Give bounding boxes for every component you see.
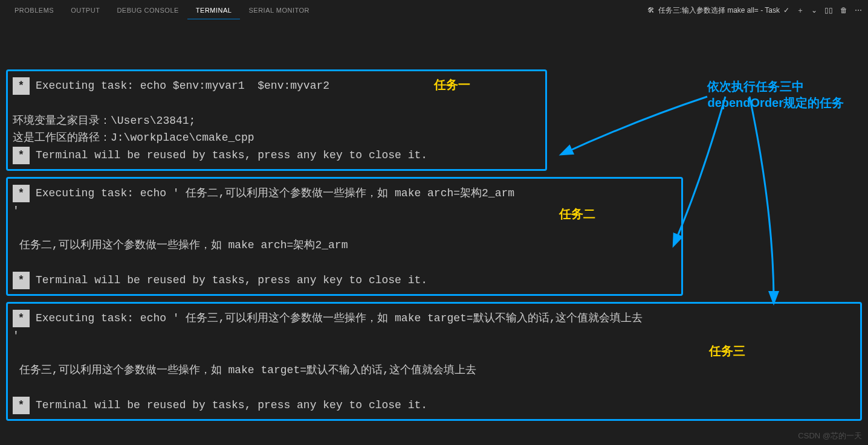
task1-reuse-text: Terminal will be reused by tasks, press … [36, 149, 427, 161]
task1-output-line1: 环境变量之家目录：\Users\23841; [13, 112, 540, 130]
task1-label: 任务一 [434, 75, 470, 94]
task2-output-line: 任务二,可以利用这个参数做一些操作，如 make arch=架构2_arm [13, 237, 676, 254]
annotation-line1: 依次执行任务三中 [707, 78, 844, 95]
annotation-text: 依次执行任务三中 dependOrder规定的任务 [707, 78, 844, 111]
task1-reuse-line: *Terminal will be reused by tasks, press… [13, 147, 540, 164]
chevron-down-icon[interactable]: ⌄ [811, 6, 817, 14]
task2-exec-line: *Executing task: echo ' 任务二,可以利用这个参数做一些操… [13, 185, 676, 202]
asterisk-marker: * [13, 272, 30, 289]
running-task-indicator[interactable]: 🛠 任务三:输入参数选择 make all= - Task ✓ [647, 5, 789, 16]
panel-tabs: PROBLEMS OUTPUT DEBUG CONSOLE TERMINAL S… [6, 2, 318, 19]
tab-debug-console[interactable]: DEBUG CONSOLE [108, 2, 187, 19]
terminal-right-controls: 🛠 任务三:输入参数选择 make all= - Task ✓ ＋ ⌄ ▯▯ 🗑… [647, 5, 862, 16]
tools-icon: 🛠 [647, 6, 655, 14]
tab-output[interactable]: OUTPUT [62, 2, 108, 19]
task3-exec-text: Executing task: echo ' 任务三,可以利用这个参数做一些操作… [36, 312, 643, 324]
task3-reuse-text: Terminal will be reused by tasks, press … [36, 399, 427, 411]
task2-label: 任务二 [559, 204, 595, 223]
task3-box: 任务三 *Executing task: echo ' 任务三,可以利用这个参数… [6, 302, 862, 421]
task3-exec-line: *Executing task: echo ' 任务三,可以利用这个参数做一些操… [13, 310, 855, 327]
panel-tab-bar: PROBLEMS OUTPUT DEBUG CONSOLE TERMINAL S… [0, 0, 868, 21]
asterisk-marker: * [13, 77, 30, 95]
task2-reuse-text: Terminal will be reused by tasks, press … [36, 274, 427, 286]
task3-reuse-line: *Terminal will be reused by tasks, press… [13, 397, 855, 414]
task3-label: 任务三 [709, 341, 745, 360]
watermark: CSDN @芯的一天 [798, 431, 862, 441]
tab-terminal[interactable]: TERMINAL [187, 2, 241, 19]
tab-problems[interactable]: PROBLEMS [6, 2, 62, 19]
asterisk-marker: * [13, 185, 30, 202]
more-icon[interactable]: ⋯ [855, 6, 862, 14]
task2-box: 任务二 *Executing task: echo ' 任务二,可以利用这个参数… [6, 177, 683, 296]
trash-icon[interactable]: 🗑 [840, 6, 847, 14]
task3-output-line: 任务三,可以利用这个参数做一些操作，如 make target=默认不输入的话,… [13, 362, 855, 379]
asterisk-marker: * [13, 147, 30, 164]
split-terminal-icon[interactable]: ▯▯ [824, 6, 833, 14]
new-terminal-icon[interactable]: ＋ [797, 5, 804, 16]
running-task-label: 任务三:输入参数选择 make all= - Task [658, 5, 780, 16]
tab-serial-monitor[interactable]: SERIAL MONITOR [240, 2, 318, 19]
task1-box: 任务一 *Executing task: echo $env:myvar1 $e… [6, 69, 547, 171]
terminal-area[interactable]: 依次执行任务三中 dependOrder规定的任务 任务一 *Executing… [0, 21, 868, 421]
asterisk-marker: * [13, 397, 30, 414]
task1-exec-text: Executing task: echo $env:myvar1 $env:my… [36, 80, 336, 92]
annotation-line2: dependOrder规定的任务 [707, 95, 844, 111]
check-icon: ✓ [783, 6, 789, 14]
task1-output-line2: 这是工作区的路径：J:\workplace\cmake_cpp [13, 129, 540, 147]
task2-reuse-line: *Terminal will be reused by tasks, press… [13, 272, 676, 289]
asterisk-marker: * [13, 310, 30, 327]
task2-exec-text: Executing task: echo ' 任务二,可以利用这个参数做一些操作… [36, 187, 514, 199]
